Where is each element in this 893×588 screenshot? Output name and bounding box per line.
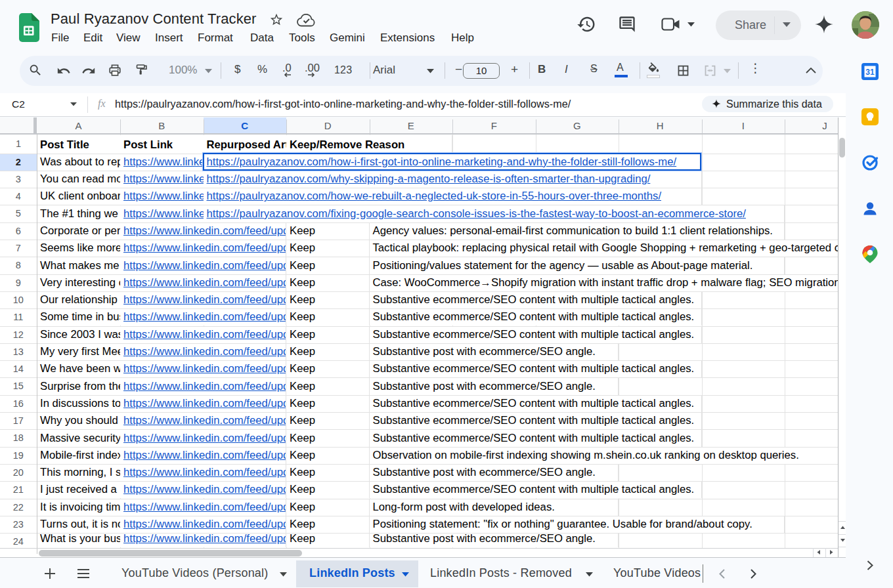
svg-text:31: 31	[865, 68, 875, 77]
